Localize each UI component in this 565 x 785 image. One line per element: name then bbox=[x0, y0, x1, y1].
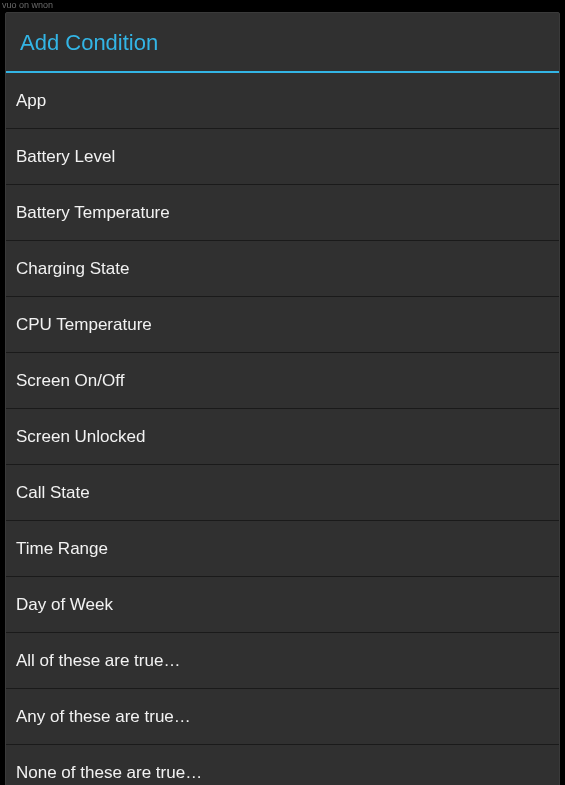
condition-item-cpu-temperature[interactable]: CPU Temperature bbox=[6, 297, 559, 353]
condition-item-app[interactable]: App bbox=[6, 73, 559, 129]
condition-list: App Battery Level Battery Temperature Ch… bbox=[6, 73, 559, 785]
condition-item-call-state[interactable]: Call State bbox=[6, 465, 559, 521]
condition-item-none-true[interactable]: None of these are true… bbox=[6, 745, 559, 785]
condition-item-screen-unlocked[interactable]: Screen Unlocked bbox=[6, 409, 559, 465]
status-bar: vuo on wnon bbox=[0, 0, 565, 12]
condition-item-screen-on-off[interactable]: Screen On/Off bbox=[6, 353, 559, 409]
condition-item-charging-state[interactable]: Charging State bbox=[6, 241, 559, 297]
condition-item-all-true[interactable]: All of these are true… bbox=[6, 633, 559, 689]
condition-item-day-of-week[interactable]: Day of Week bbox=[6, 577, 559, 633]
dialog-title: Add Condition bbox=[20, 30, 545, 56]
dialog-header: Add Condition bbox=[6, 13, 559, 73]
condition-item-any-true[interactable]: Any of these are true… bbox=[6, 689, 559, 745]
condition-item-battery-temperature[interactable]: Battery Temperature bbox=[6, 185, 559, 241]
condition-item-time-range[interactable]: Time Range bbox=[6, 521, 559, 577]
condition-item-battery-level[interactable]: Battery Level bbox=[6, 129, 559, 185]
add-condition-dialog: Add Condition App Battery Level Battery … bbox=[5, 12, 560, 785]
status-bar-text: vuo on wnon bbox=[2, 0, 53, 10]
